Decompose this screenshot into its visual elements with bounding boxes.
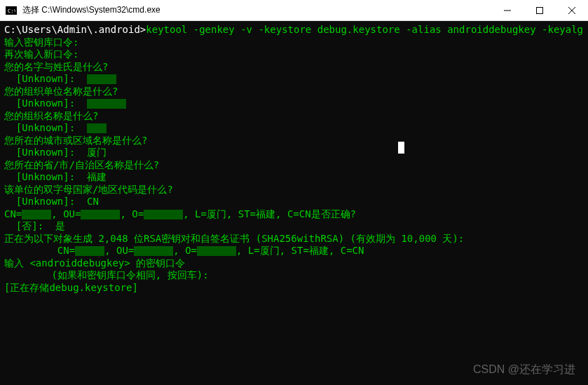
cmd-icon: C:\ <box>6 6 17 15</box>
redacted-value <box>75 246 104 256</box>
watermark: CSDN @还在学习进 <box>473 363 575 376</box>
output-line: [Unknown]: <box>4 122 584 135</box>
output-line: 正在为以下对象生成 2,048 位RSA密钥对和自签名证书 (SHA256wit… <box>4 233 584 245</box>
command-text: keytool -genkey -v -keystore debug.keyst… <box>146 24 588 35</box>
redacted-value <box>22 210 51 219</box>
window-titlebar: C:\ 选择 C:\Windows\System32\cmd.exe <box>0 0 588 21</box>
output-line: [否]: 是 <box>4 220 584 233</box>
output-line: [Unknown]: <box>4 73 584 86</box>
minimize-button[interactable] <box>491 0 524 21</box>
output-line: [Unknown]: CN <box>4 196 584 208</box>
window-title: 选择 C:\Windows\System32\cmd.exe <box>22 4 491 16</box>
window-controls <box>491 0 588 21</box>
output-line: 您所在的省/市/自治区名称是什么? <box>4 159 584 172</box>
redacted-value <box>134 246 173 256</box>
output-line: 输入 <androiddebugkey> 的密钥口令 <box>4 257 584 270</box>
output-line: [正在存储debug.keystore] <box>4 282 584 295</box>
output-line: 您的组织名称是什么? <box>4 110 584 123</box>
output-line: 该单位的双字母国家/地区代码是什么? <box>4 184 584 196</box>
output-line: 再次输入新口令: <box>4 48 584 61</box>
redacted-value <box>144 210 183 219</box>
close-button[interactable] <box>556 0 588 21</box>
terminal-output[interactable]: C:\Users\Admin\.android>keytool -genkey … <box>0 21 588 385</box>
output-line: 输入密钥库口令: <box>4 36 584 49</box>
output-line: (如果和密钥库口令相同, 按回车): <box>4 269 584 282</box>
redacted-value <box>81 210 120 219</box>
prompt-line: C:\Users\Admin\.android>keytool -genkey … <box>4 24 584 36</box>
redacted-value <box>197 246 236 256</box>
output-line: CN=, OU=, O=, L=厦门, ST=福建, C=CN <box>4 245 584 257</box>
redacted-value <box>87 74 116 84</box>
output-line: 您的组织单位名称是什么? <box>4 86 584 98</box>
text-cursor <box>398 142 404 154</box>
output-line: CN=, OU=, O=, L=厦门, ST=福建, C=CN是否正确? <box>4 208 584 221</box>
output-line: [Unknown]: 厦门 <box>4 147 584 159</box>
prompt-path: C:\Users\Admin\.android> <box>4 24 146 35</box>
output-line: 您的名字与姓氏是什么? <box>4 61 584 74</box>
redacted-value <box>87 99 126 109</box>
svg-rect-3 <box>537 7 543 13</box>
redacted-value <box>87 123 107 133</box>
maximize-button[interactable] <box>524 0 556 21</box>
output-line: [Unknown]: <box>4 97 584 110</box>
output-line: 您所在的城市或区域名称是什么? <box>4 135 584 147</box>
output-line: [Unknown]: 福建 <box>4 171 584 184</box>
svg-text:C:\: C:\ <box>8 8 15 14</box>
